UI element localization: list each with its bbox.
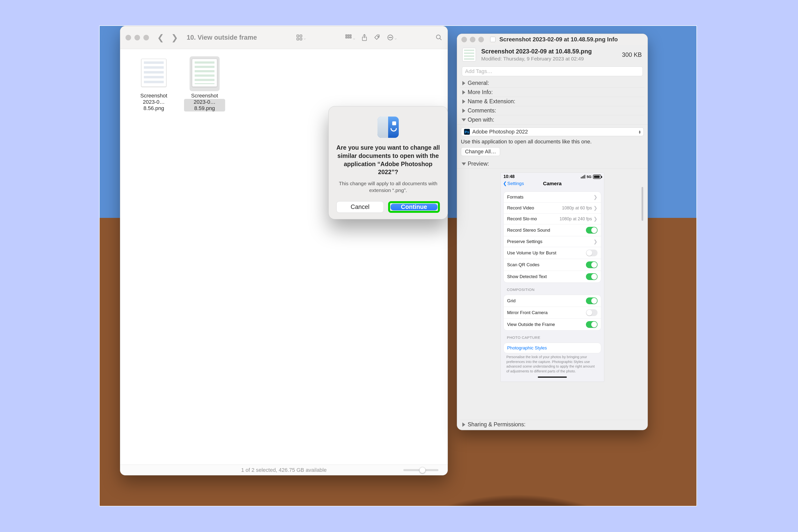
minimize-icon[interactable] [470,37,475,42]
svg-point-14 [390,37,390,38]
home-indicator-icon [538,377,567,378]
get-info-window: Screenshot 2023-02-09 at 10.48.59.png In… [457,34,648,430]
finder-status-text: 1 of 2 selected, 426.75 GB available [241,467,326,473]
icon-view-button[interactable]: ⌵ [296,34,306,41]
svg-line-17 [440,38,441,40]
info-header: Screenshot 2023-02-09 at 10.48.59.png Mo… [457,45,648,65]
phone-time: 10:48 [504,174,515,179]
window-traffic-lights[interactable] [126,35,149,40]
icon-size-slider[interactable] [403,469,438,471]
svg-point-13 [389,37,389,38]
file-thumbnail-icon [192,59,217,87]
disclosure-general[interactable]: General: [460,79,645,88]
photoshop-app-icon: Ps [464,129,470,135]
cancel-button[interactable]: Cancel [336,201,384,213]
forward-button[interactable]: ❯ [170,33,179,42]
svg-point-11 [378,36,378,37]
file-thumbnail-icon [141,59,166,87]
open-with-select[interactable]: Ps Adobe Photoshop 2022 ▴▾ [461,128,644,136]
file-thumbnail-icon [462,48,476,61]
preview-scrollbar [642,187,643,221]
share-button[interactable] [361,34,367,41]
change-all-button[interactable]: Change All… [461,147,500,156]
preview-section: 10:48 5G ❮Settings Camera Formats❯ Recor… [457,168,648,385]
minimize-icon[interactable] [134,35,140,40]
file-icon [490,37,495,42]
svg-rect-2 [297,38,299,40]
svg-rect-4 [345,35,347,36]
svg-rect-9 [350,37,351,38]
info-modified: Modified: Thursday, 9 February 2023 at 0… [481,56,616,62]
info-title-text: Screenshot 2023-02-09 at 10.48.59.png In… [499,36,618,43]
continue-button[interactable]: Continue [391,204,437,210]
svg-point-16 [436,35,440,39]
info-filename: Screenshot 2023-02-09 at 10.48.59.png [481,48,616,55]
updown-icon: ▴▾ [639,130,641,134]
action-menu-button[interactable]: ⌵ [387,34,397,41]
tags-input[interactable]: Add Tags… [462,66,643,76]
svg-rect-0 [297,35,299,37]
dialog-heading: Are you sure you want to change all simi… [336,144,440,176]
svg-point-15 [391,37,392,38]
dialog-subtext: This change will apply to all documents … [336,180,440,194]
disclosure-sharing[interactable]: Sharing & Permissions: [460,420,645,429]
svg-rect-1 [300,35,302,37]
svg-rect-5 [348,35,349,36]
disclosure-comments[interactable]: Comments: [460,106,645,115]
zoom-icon[interactable] [144,35,149,40]
finder-app-icon [378,117,399,138]
disclosure-open-with[interactable]: Open with: [460,115,645,124]
back-button[interactable]: ❮ [156,33,166,42]
signal-icon [581,175,585,178]
zoom-icon[interactable] [478,37,484,42]
preview-image: 10:48 5G ❮Settings Camera Formats❯ Recor… [500,172,604,382]
info-filesize: 300 KB [622,51,642,58]
finder-window: ❮ ❯ 10. View outside frame ⌵ ⌵ [120,26,448,475]
disclosure-preview[interactable]: Preview: [460,159,645,168]
disclosure-name-extension[interactable]: Name & Extension: [460,97,645,106]
open-with-helper-text: Use this application to open all documen… [461,138,644,145]
battery-icon [593,175,601,179]
file-item[interactable]: Screenshot 2023-0…8.56.png [133,56,174,112]
phone-screen-title: Camera [500,180,604,187]
tags-button[interactable] [374,34,381,41]
desktop-stage: ❮ ❯ 10. View outside frame ⌵ ⌵ [99,25,697,506]
svg-rect-3 [300,38,302,40]
info-titlebar: Screenshot 2023-02-09 at 10.48.59.png In… [457,34,648,45]
window-title: 10. View outside frame [187,34,257,41]
confirm-dialog: Are you sure you want to change all simi… [328,106,448,219]
close-icon[interactable] [461,37,467,42]
search-button[interactable] [436,34,442,41]
file-item-selected[interactable]: Screenshot 2023-0…8.59.png [184,56,225,112]
group-by-button[interactable]: ⌵ [345,34,355,41]
disclosure-more-info[interactable]: More Info: [460,88,645,97]
svg-rect-6 [350,35,351,36]
svg-rect-8 [348,37,349,38]
close-icon[interactable] [126,35,131,40]
finder-toolbar: ❮ ❯ 10. View outside frame ⌵ ⌵ [120,26,448,49]
svg-rect-7 [345,37,347,38]
continue-button-highlight: Continue [388,201,440,213]
finder-status-bar: 1 of 2 selected, 426.75 GB available [120,464,448,475]
